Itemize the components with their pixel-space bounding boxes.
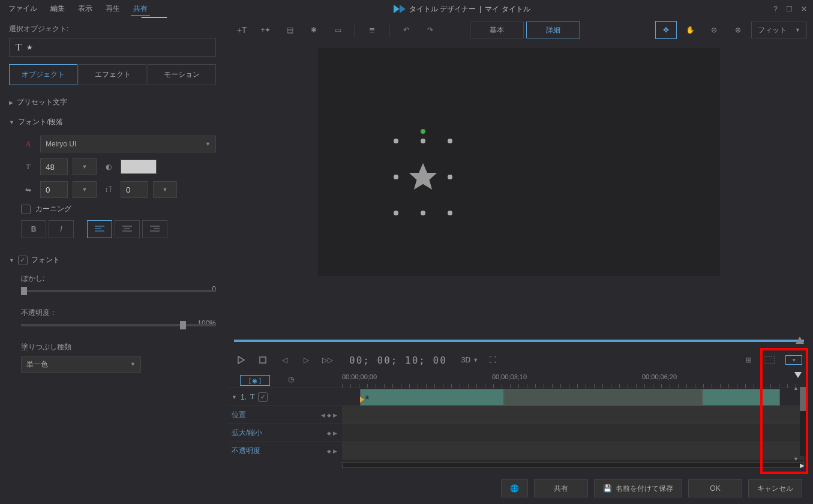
blur-slider[interactable] bbox=[21, 290, 216, 292]
kerning-checkbox[interactable] bbox=[21, 205, 31, 214]
font-sub-header[interactable]: ▼ フォント bbox=[9, 250, 216, 270]
font-section-header[interactable]: ▼ フォント/段落 bbox=[9, 112, 216, 132]
clip-main[interactable] bbox=[504, 389, 702, 406]
track-opacity[interactable] bbox=[342, 442, 804, 460]
font-size-stepper[interactable]: ▼ bbox=[73, 158, 97, 175]
track-scale[interactable] bbox=[342, 424, 804, 442]
menu-share[interactable]: 共有 bbox=[131, 2, 150, 16]
scroll-right-arrow[interactable]: ▶ bbox=[800, 462, 805, 469]
save-as-button[interactable]: 💾名前を付けて保存 bbox=[594, 479, 682, 497]
timeline: [ ◉ ] ◷ 00;00;00;00 00;00;03;10 00;00;06… bbox=[225, 373, 813, 474]
align-center-button[interactable] bbox=[115, 220, 140, 238]
basic-mode-button[interactable]: 基本 bbox=[470, 22, 524, 38]
add-mask-button[interactable]: ▭ bbox=[327, 21, 349, 39]
track-1-header[interactable]: ▼ 1. T bbox=[228, 392, 342, 402]
playhead-marker[interactable] bbox=[794, 372, 802, 378]
tab-object[interactable]: オブジェクト bbox=[9, 64, 77, 85]
align-right-button[interactable] bbox=[142, 220, 167, 238]
undo-button[interactable]: ↶ bbox=[395, 21, 417, 39]
zoom-fit-select[interactable]: フィット▼ bbox=[751, 22, 807, 38]
next-key-icon[interactable]: ▶ bbox=[333, 412, 337, 418]
add-particle-button[interactable]: +✦ bbox=[255, 21, 277, 39]
timeline-horizontal-scrollbar[interactable] bbox=[342, 462, 804, 468]
timeline-keyframe-mode[interactable]: [ ◉ ] bbox=[240, 375, 270, 386]
menu-edit[interactable]: 編集 bbox=[48, 2, 67, 16]
play-button[interactable] bbox=[234, 353, 248, 367]
3d-toggle[interactable]: 3D▼ bbox=[461, 356, 478, 364]
add-shape-button[interactable]: ✱ bbox=[303, 21, 325, 39]
svg-marker-1 bbox=[400, 5, 406, 13]
add-text-button[interactable]: +T bbox=[231, 21, 253, 39]
progress-marker[interactable] bbox=[796, 337, 804, 344]
add-image-button[interactable]: ▤ bbox=[279, 21, 301, 39]
share-button[interactable]: 共有 bbox=[534, 479, 588, 497]
progress-bar[interactable] bbox=[234, 340, 804, 342]
fullscreen-button[interactable]: ⛶ bbox=[485, 353, 500, 367]
scroll-up-arrow[interactable]: ▲ bbox=[793, 385, 799, 391]
font-sub-checkbox[interactable] bbox=[18, 256, 28, 265]
italic-button[interactable]: I bbox=[49, 220, 74, 238]
maximize-button[interactable]: ☐ bbox=[786, 5, 793, 13]
kerning-label: カーニング bbox=[35, 204, 71, 214]
stop-button[interactable] bbox=[256, 353, 270, 367]
tracking-input[interactable] bbox=[40, 181, 68, 198]
help-button[interactable]: ? bbox=[773, 5, 778, 13]
font-family-select[interactable]: Meiryo UI▼ bbox=[40, 136, 216, 152]
prev-key-icon[interactable]: ◀ bbox=[321, 412, 325, 418]
contrast-icon[interactable]: ◐ bbox=[101, 163, 116, 171]
timeline-ruler[interactable]: 00;00;00;00 00;00;03;10 00;00;06;20 bbox=[342, 373, 804, 388]
track-1[interactable]: ★ bbox=[342, 388, 804, 406]
bold-button[interactable]: B bbox=[21, 220, 46, 238]
opacity-slider[interactable] bbox=[21, 324, 216, 326]
font-color-swatch[interactable] bbox=[121, 160, 157, 174]
prev-frame-button[interactable]: ◁ bbox=[277, 353, 292, 367]
leading-input[interactable] bbox=[121, 181, 148, 198]
add-key-icon[interactable]: ◆ bbox=[327, 412, 331, 418]
clock-icon[interactable]: ◷ bbox=[288, 375, 294, 386]
clip-fade-in[interactable]: ★ bbox=[360, 389, 504, 406]
track-scale-label[interactable]: 拡大/縮小 ◆▶ bbox=[228, 428, 342, 438]
selected-object-display[interactable]: T ★ bbox=[9, 38, 216, 57]
safe-zone-button[interactable]: ⊞ bbox=[742, 353, 756, 367]
track-visible-checkbox[interactable] bbox=[258, 392, 268, 402]
advanced-mode-button[interactable]: 詳細 bbox=[526, 22, 580, 38]
menu-file[interactable]: ファイル bbox=[6, 2, 40, 16]
grid-button[interactable] bbox=[762, 353, 776, 367]
layers-button[interactable]: ≣ bbox=[361, 21, 383, 39]
menu-play[interactable]: 再生 bbox=[103, 2, 122, 16]
tab-effect[interactable]: エフェクト bbox=[79, 64, 147, 85]
hand-tool[interactable]: ✋ bbox=[679, 21, 701, 39]
menu-view[interactable]: 表示 bbox=[76, 2, 95, 16]
redo-button[interactable]: ↷ bbox=[419, 21, 441, 39]
scroll-down-arrow[interactable]: ▼ bbox=[793, 456, 799, 462]
share-cloud-button[interactable]: 🌐 bbox=[501, 479, 528, 497]
leading-stepper[interactable]: ▼ bbox=[153, 181, 177, 198]
cancel-button[interactable]: キャンセル bbox=[748, 479, 802, 497]
star-shape[interactable] bbox=[406, 160, 440, 194]
rotation-handle[interactable] bbox=[421, 129, 425, 134]
selection-box[interactable] bbox=[396, 141, 450, 213]
timeline-vertical-scrollbar[interactable] bbox=[800, 387, 806, 456]
playhead-cursor[interactable] bbox=[360, 397, 364, 403]
track-opacity-label[interactable]: 不透明度 ◆▶ bbox=[228, 446, 342, 456]
next-frame-button[interactable]: ▷ bbox=[299, 353, 313, 367]
tab-motion[interactable]: モーション bbox=[148, 64, 216, 85]
font-size-input[interactable] bbox=[40, 158, 68, 175]
track-position-label[interactable]: 位置 ◀◆▶ bbox=[228, 410, 342, 420]
tracking-stepper[interactable]: ▼ bbox=[73, 181, 97, 198]
clip-fade-out[interactable] bbox=[702, 389, 780, 406]
canvas[interactable] bbox=[318, 48, 720, 276]
fill-type-select[interactable]: 単一色▼ bbox=[21, 356, 141, 373]
ok-button[interactable]: OK bbox=[688, 479, 742, 497]
preset-section-header[interactable]: ▶ プリセット文字 bbox=[9, 92, 216, 112]
preview-area[interactable] bbox=[225, 42, 813, 332]
tracking-icon: ⇋ bbox=[21, 185, 35, 194]
zoom-in-button[interactable]: ⊕ bbox=[727, 21, 749, 39]
fast-forward-button[interactable]: ▷▷ bbox=[320, 353, 335, 367]
zoom-out-button[interactable]: ⊖ bbox=[703, 21, 725, 39]
track-position[interactable] bbox=[342, 406, 804, 424]
align-left-button[interactable] bbox=[87, 220, 112, 238]
move-tool[interactable]: ✥ bbox=[655, 21, 677, 39]
close-button[interactable]: ✕ bbox=[801, 5, 807, 13]
collapse-timeline-button[interactable]: ▾ bbox=[785, 355, 802, 365]
